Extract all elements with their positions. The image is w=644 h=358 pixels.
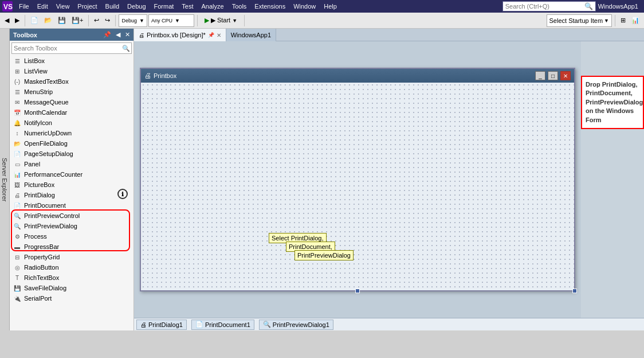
menu-item-file[interactable]: File	[15, 2, 33, 11]
toolbox-item[interactable]: 🔍PrintPreviewControl	[10, 211, 133, 221]
toolbox-item[interactable]: 🔌SerialPort	[10, 293, 133, 303]
toolbox-item-label: PrintPreviewDialog	[24, 223, 77, 229]
toolbar-separator-2	[88, 15, 89, 26]
bottom-component-item[interactable]: 📄PrintDocument1	[191, 320, 254, 330]
form-maximize-btn[interactable]: □	[548, 71, 558, 80]
resize-handle-bottom-right[interactable]	[572, 289, 577, 293]
menu-item-window[interactable]: Window	[289, 2, 320, 11]
toolbox-item[interactable]: 📊PerformanceCounter	[10, 169, 133, 180]
toolbox-item-label: PictureBox	[24, 181, 54, 188]
menu-item-extensions[interactable]: Extensions	[250, 2, 289, 11]
toolbar-extra-1[interactable]: ⊞	[618, 14, 628, 27]
toolbox-item[interactable]: ✉MessageQueue	[10, 97, 133, 107]
toolbar-extra-2[interactable]: 📊	[629, 14, 642, 27]
toolbox-search-box[interactable]: 🔍	[11, 42, 132, 54]
toolbox-item[interactable]: 🖨PrintDialog	[10, 190, 133, 200]
toolbox-item-icon: ⊞	[13, 67, 21, 75]
toolbox-close-icon[interactable]: ✕	[125, 31, 130, 38]
menu-item-view[interactable]: View	[52, 2, 74, 11]
resize-handle-bottom-center[interactable]	[355, 289, 360, 293]
tab-close-btn-design[interactable]: ✕	[217, 32, 221, 38]
global-search-box[interactable]: 🔍	[502, 1, 596, 11]
toolbox-item[interactable]: 🔔NotifyIcon	[10, 118, 133, 128]
tab-icon-design: 🖨	[139, 32, 144, 38]
toolbox-item[interactable]: ◎RadioButton	[10, 262, 133, 273]
toolbox-item[interactable]: ▬ProgressBar	[10, 242, 133, 252]
toolbox-item[interactable]: ☰MenuStrip	[10, 87, 133, 97]
component-label: PrintPreviewDialog1	[273, 321, 329, 328]
toolbox-item[interactable]: TRichTextBox	[10, 273, 133, 283]
server-explorer-label: Server Explorer	[1, 158, 8, 201]
tab-windowsapp1[interactable]: WindowsApp1	[226, 29, 276, 41]
start-dropdown-arrow: ▼	[232, 18, 237, 24]
platform-dropdown-arrow: ▼	[175, 18, 180, 24]
menu-item-help[interactable]: Help	[320, 2, 341, 11]
toolbox-item[interactable]: ⚙Process	[10, 231, 133, 242]
toolbox-auto-hide-icon[interactable]: ◀	[116, 31, 120, 38]
toolbox-item[interactable]: ▭Panel	[10, 159, 133, 169]
toolbox-item[interactable]: 📂OpenFileDialog	[10, 138, 133, 149]
menu-item-project[interactable]: Project	[73, 2, 101, 11]
menu-item-debug[interactable]: Debug	[123, 2, 150, 11]
server-explorer-tab[interactable]: Server Explorer	[0, 29, 10, 330]
config-dropdown[interactable]: Debug ▼	[119, 14, 147, 27]
bottom-component-item[interactable]: 🔍PrintPreviewDialog1	[259, 320, 333, 330]
menu-item-test[interactable]: Test	[178, 2, 197, 11]
start-icon: ▶	[205, 17, 209, 24]
toolbox-item[interactable]: 💾SaveFileDialog	[10, 283, 133, 293]
undo-btn[interactable]: ↩	[92, 14, 101, 27]
platform-dropdown[interactable]: Any CPU ▼	[148, 14, 194, 27]
toolbox-item[interactable]: ⊞ListView	[10, 66, 133, 76]
save-all-btn[interactable]: 💾+	[69, 14, 85, 27]
menu-item-build[interactable]: Build	[101, 2, 123, 11]
tab-bar: 🖨 Printbox.vb [Design]* 📌 ✕ WindowsApp1	[134, 29, 644, 41]
toolbox-item-label: ProgressBar	[24, 243, 59, 250]
form-body[interactable]	[141, 83, 574, 290]
toolbox-item-icon: 🔍	[13, 222, 21, 230]
open-btn[interactable]: 📂	[42, 14, 54, 27]
menu-item-edit[interactable]: Edit	[33, 2, 52, 11]
toolbox-item-label: NumericUpDown	[24, 130, 72, 137]
toolbox-item-label: ListBox	[24, 57, 45, 64]
toolbox-item-icon: ↕	[13, 129, 21, 137]
toolbox-item[interactable]: 📄PageSetupDialog	[10, 149, 133, 159]
start-button[interactable]: ▶ ▶ Start ▼	[201, 14, 241, 27]
startup-item-dropdown[interactable]: Select Startup Item ▼	[547, 14, 612, 27]
config-dropdown-arrow: ▼	[139, 18, 144, 24]
toolbox-item[interactable]: 🖼PictureBox	[10, 180, 133, 190]
new-project-btn[interactable]: 📄	[28, 14, 41, 27]
toolbox-item-label: SerialPort	[24, 295, 52, 302]
toolbox-item-label: MessageQueue	[24, 99, 69, 106]
form-close-btn[interactable]: ✕	[560, 71, 571, 80]
design-canvas-area[interactable]: 🖨 Printbox _ □ ✕	[134, 41, 581, 318]
global-search-input[interactable]	[505, 3, 584, 10]
toolbox-item[interactable]: 🔍PrintPreviewDialog	[10, 221, 133, 231]
redo-btn[interactable]: ↪	[103, 14, 112, 27]
toolbox-title: Toolbox	[13, 32, 101, 38]
toolbox-item-icon: ▭	[13, 160, 21, 168]
toolbox-pin-icon[interactable]: 📌	[103, 31, 111, 38]
toolbox-item[interactable]: ↕NumericUpDown	[10, 128, 133, 138]
hint-panel: Drop PrintDialog, PrintDocument, PrintPr…	[581, 76, 644, 129]
toolbox-item-label: MenuStrip	[24, 88, 53, 95]
toolbox-item-icon: 🖨	[13, 191, 21, 199]
menu-bar: VS File Edit View Project Build Debug Fo…	[0, 0, 644, 13]
toolbox-item-icon: 🖼	[13, 181, 21, 189]
toolbox-item[interactable]: ☰ListBox	[10, 56, 133, 66]
toolbox-item[interactable]: 📄PrintDocument	[10, 200, 133, 211]
save-btn[interactable]: 💾	[56, 14, 68, 27]
tab-printbox-design[interactable]: 🖨 Printbox.vb [Design]* 📌 ✕	[134, 29, 226, 41]
bottom-component-item[interactable]: 🖨PrintDialog1	[136, 320, 187, 330]
form-minimize-btn[interactable]: _	[535, 71, 545, 80]
nav-fwd-btn[interactable]: ▶	[13, 14, 22, 27]
toolbox-search-input[interactable]	[12, 45, 121, 52]
menu-item-format[interactable]: Format	[150, 2, 178, 11]
toolbox-item[interactable]: 📅MonthCalendar	[10, 107, 133, 118]
menu-item-tools[interactable]: Tools	[228, 2, 251, 11]
toolbox-item[interactable]: ⊟PropertyGrid	[10, 252, 133, 262]
nav-back-btn[interactable]: ◀	[2, 14, 11, 27]
toolbox-item[interactable]: (-)MaskedTextBox	[10, 76, 133, 87]
menu-item-analyze[interactable]: Analyze	[198, 2, 228, 11]
tab-pin-icon[interactable]: 📌	[208, 32, 214, 38]
search-icon: 🔍	[584, 2, 593, 10]
